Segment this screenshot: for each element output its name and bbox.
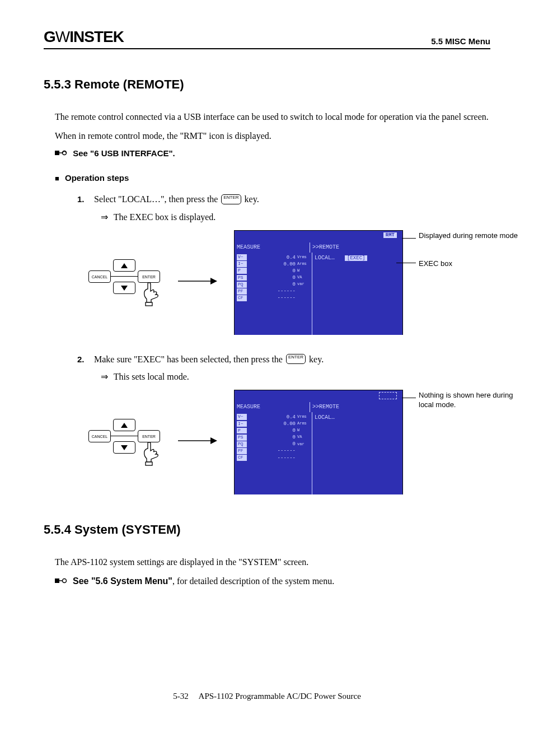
step2-result: This sets local mode.: [114, 372, 189, 381]
step2-number: 2.: [77, 354, 92, 364]
square-bullet-icon: ■: [55, 174, 59, 183]
step2-text-b: key.: [307, 354, 324, 364]
step1-text-a: Select "LOCAL…", then press the: [94, 194, 220, 204]
header-section-label: 5.5 MISC Menu: [431, 36, 490, 46]
enter-key-icon: ENTER: [221, 194, 241, 204]
svg-rect-0: [55, 151, 59, 155]
brand-logo: GWINSTEK: [44, 28, 124, 46]
section-554-heading: 5.5.4 System (SYSTEM): [44, 522, 490, 537]
step2-text-a: Make sure "EXEC" has been selected, then…: [94, 354, 285, 364]
result-arrow-icon: ⇒: [101, 212, 108, 222]
sec554-see-bold: See "5.6 System Menu": [73, 576, 172, 586]
sec553-see-link: See "6 USB INTERFACE".: [73, 148, 175, 158]
step1-number: 1.: [77, 194, 92, 204]
sec554-para1: The APS-1102 system settings are display…: [55, 554, 490, 571]
section-553-heading: 5.5.3 Remote (REMOTE): [44, 77, 490, 92]
enter-key-icon: ENTER: [286, 354, 306, 364]
sec553-para2: When in remote control mode, the "RMT" i…: [55, 128, 490, 144]
callout-exec: EXEC box: [419, 259, 452, 269]
step1-result: The EXEC box is displayed.: [114, 212, 216, 222]
sec553-para1: The remote control connected via a USB i…: [55, 109, 490, 125]
svg-point-9: [63, 579, 67, 583]
doc-title: APS-1102 Programmable AC/DC Power Source: [199, 692, 361, 701]
callout-rmt: Displayed during remote mode: [419, 231, 518, 241]
callout-local-mode: Nothing is shown here during local mode.: [419, 391, 514, 410]
page-number: 5-32: [173, 692, 189, 701]
sec554-see-rest: , for detailed description of the system…: [172, 576, 334, 586]
svg-rect-8: [55, 578, 59, 583]
step1-text-b: key.: [242, 194, 259, 204]
operation-steps-label: Operation steps: [65, 173, 129, 183]
see-icon: [55, 573, 67, 590]
see-icon: [55, 149, 67, 158]
result-arrow-icon: ⇒: [101, 372, 108, 381]
